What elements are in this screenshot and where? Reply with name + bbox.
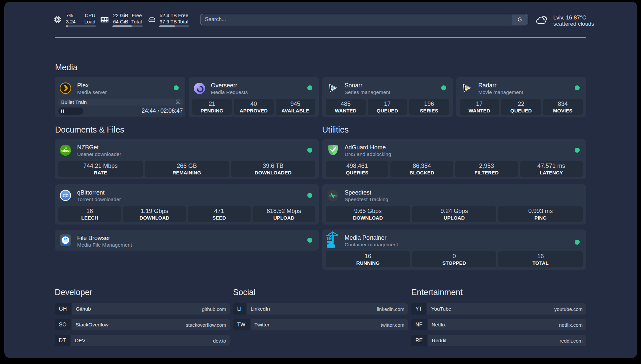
- svg-text:qb: qb: [63, 192, 69, 198]
- svg-text:nzbget: nzbget: [61, 149, 71, 152]
